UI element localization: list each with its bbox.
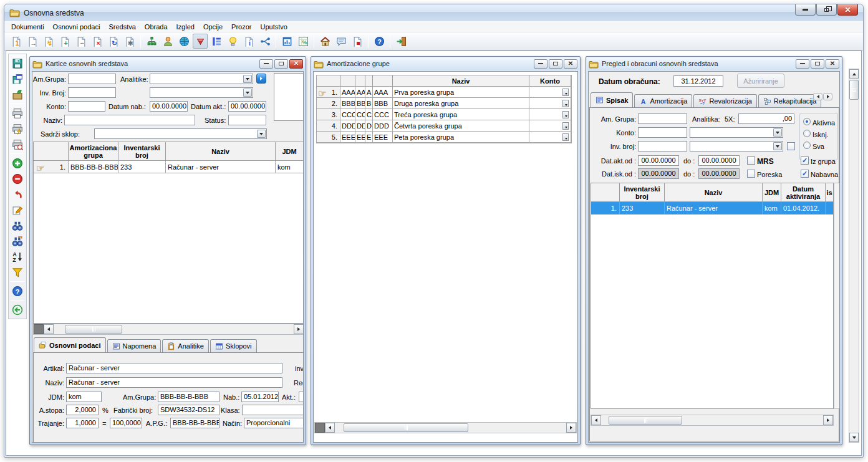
g-cell[interactable]: DDD <box>340 120 355 132</box>
tab-scroll-left-button[interactable] <box>813 93 822 100</box>
detail-naziv-input[interactable]: Računar - server <box>66 377 282 388</box>
p-konto-input[interactable] <box>638 127 687 138</box>
p-konto-combo[interactable] <box>690 127 783 138</box>
side-undo-icon[interactable] <box>10 186 25 202</box>
kartice-tab-osnovni-podaci[interactable]: Osnovni podaci <box>34 337 106 352</box>
menu-osnovni-podaci[interactable]: Osnovni podaci <box>49 22 105 32</box>
grupe-maximize-button[interactable] <box>549 59 562 69</box>
trajanje-total-input[interactable]: 100,0000 <box>110 418 142 428</box>
konto-drop-button[interactable] <box>562 111 569 118</box>
p-col-inventarski-broj[interactable]: Inventarski broj <box>620 183 665 202</box>
g-row-marker[interactable]: 3. <box>317 109 340 120</box>
side-remove-icon[interactable] <box>10 171 25 186</box>
pregled-tab-rekapitulacija[interactable]: Rekapitulacija <box>758 94 821 107</box>
grupe-scroll-left-button[interactable] <box>325 423 335 433</box>
kartice-minimize-button[interactable] <box>259 59 273 69</box>
p-cell[interactable]: Računar - server <box>665 202 763 214</box>
window-chart-icon[interactable] <box>279 34 294 49</box>
k-col-naziv[interactable]: Naziv <box>166 142 276 161</box>
konto-drop-button[interactable] <box>562 100 569 107</box>
g-cell[interactable]: BBB <box>373 98 393 109</box>
g-cell[interactable]: B <box>365 98 373 109</box>
pregled-tab-amortizacija[interactable]: AAmortizacija <box>634 94 692 107</box>
g-cell[interactable]: EEE <box>340 132 355 143</box>
pregled-tab-revalorizacija[interactable]: X+Y=?Revalorizacija <box>693 94 756 107</box>
scroll-left-button[interactable] <box>44 324 54 334</box>
nabavna-checkbox[interactable] <box>801 170 809 178</box>
g-cell[interactable]: AA <box>355 87 365 98</box>
mdi-scroll-up-button[interactable] <box>849 69 859 79</box>
p-inv-combo[interactable] <box>690 141 783 152</box>
k-cell[interactable]: 233 <box>118 161 166 173</box>
radio-isknj[interactable] <box>803 130 811 137</box>
grupe-scroll-thumb[interactable] <box>344 423 468 432</box>
trajanje-input[interactable]: 1,0000 <box>66 418 99 428</box>
kartice-maximize-button[interactable] <box>274 59 288 69</box>
detail-am-grupa-input[interactable]: BBB-BB-B-BBB <box>158 392 219 402</box>
side-help-round-icon[interactable]: ? <box>10 283 25 299</box>
g-cell-konto[interactable] <box>529 109 571 120</box>
konto-drop-button[interactable] <box>562 133 569 141</box>
g-cell[interactable]: CC <box>355 109 365 120</box>
grupe-scroll-track[interactable] <box>335 423 566 433</box>
close-button[interactable]: ✕ <box>837 4 858 16</box>
konto-drop-button[interactable] <box>562 122 569 130</box>
g-cell[interactable]: C <box>365 109 373 120</box>
doc-refresh-icon[interactable]: ↻ <box>106 34 121 49</box>
doc-puzzle-icon[interactable]: ■ <box>350 34 365 49</box>
g-row-marker[interactable]: 2. <box>317 98 340 109</box>
doc-gear-icon[interactable]: ✱ <box>122 34 137 49</box>
p-cell[interactable]: kom <box>763 202 781 214</box>
pregled-maximize-button[interactable] <box>811 59 824 69</box>
menu-sredstva[interactable]: Sredstva <box>104 22 140 32</box>
kartice-close-button[interactable]: ✕ <box>289 59 303 69</box>
share-icon[interactable] <box>258 34 272 49</box>
side-print-icon[interactable] <box>10 105 25 121</box>
konto-input[interactable] <box>68 101 105 112</box>
p-inv-broj-input[interactable] <box>638 141 687 152</box>
grupe-minimize-button[interactable] <box>534 59 547 69</box>
k-col-amortizaciona-grupa[interactable]: Amortizaciona grupa <box>69 142 118 161</box>
g-cell-konto[interactable] <box>529 98 571 109</box>
datum-obracuna-input[interactable]: 31.12.2012 <box>673 75 723 87</box>
p-am-grupa-input[interactable] <box>638 113 687 124</box>
azuriranje-button[interactable]: Ažuririranje <box>737 74 784 88</box>
p-inv-checkbox[interactable] <box>787 142 795 150</box>
pregled-titlebar[interactable]: Pregled i obracuni osnovnih sredstava ✕ <box>587 57 841 70</box>
p-scroll-right-button[interactable] <box>823 415 833 425</box>
comment-icon[interactable] <box>334 34 349 49</box>
doc-remove-icon[interactable]: − <box>74 34 89 49</box>
k-cell[interactable]: kom <box>276 161 304 173</box>
g-cell[interactable]: CCC <box>373 109 393 120</box>
doc-1-icon[interactable]: 1 <box>9 34 24 49</box>
sadrzi-sklop-combo[interactable] <box>94 128 267 139</box>
grupe-titlebar[interactable]: Amortizacione grupe ✕ <box>312 57 579 70</box>
scroll-thumb[interactable] <box>65 325 122 334</box>
scroll-right-button[interactable] <box>294 324 304 334</box>
k-col-jdm[interactable]: JDM <box>276 142 304 161</box>
sheet-percent-icon[interactable]: % <box>296 34 311 49</box>
menu-opcije[interactable]: Opcije <box>199 22 227 32</box>
grupe-scroll-right-button[interactable] <box>566 423 576 433</box>
side-filter-icon[interactable] <box>10 264 25 280</box>
g-cell-konto[interactable] <box>529 87 571 98</box>
g-cell[interactable]: Peta poreska grupa <box>393 132 529 143</box>
g-cell[interactable]: AAA <box>373 87 393 98</box>
g-cell[interactable]: BB <box>355 98 365 109</box>
g-cell[interactable]: A <box>365 87 373 98</box>
datum-nab-input[interactable]: 00.00.0000 <box>150 101 188 112</box>
p-analitika-input[interactable]: ,00 <box>738 113 794 124</box>
k-col-inventarski-broj[interactable]: Inventarski broj <box>118 142 166 161</box>
home-icon[interactable] <box>317 34 332 49</box>
g-cell[interactable]: EEE <box>373 132 393 143</box>
g-row-marker[interactable]: 4. <box>317 120 340 132</box>
go-arrow-button[interactable] <box>256 74 266 84</box>
red-gem-icon[interactable] <box>193 34 208 49</box>
side-add-icon[interactable] <box>10 155 25 171</box>
apg-input[interactable]: BBB-BB-B-BBB <box>170 418 219 428</box>
org-tree-icon[interactable] <box>144 34 159 49</box>
g-cell[interactable]: Druga poreska grupa <box>393 98 529 109</box>
p-col-datum-aktiviranja[interactable]: Datum aktiviranja <box>781 183 826 202</box>
side-save-icon[interactable] <box>10 55 25 71</box>
pregled-minimize-button[interactable] <box>796 59 809 69</box>
